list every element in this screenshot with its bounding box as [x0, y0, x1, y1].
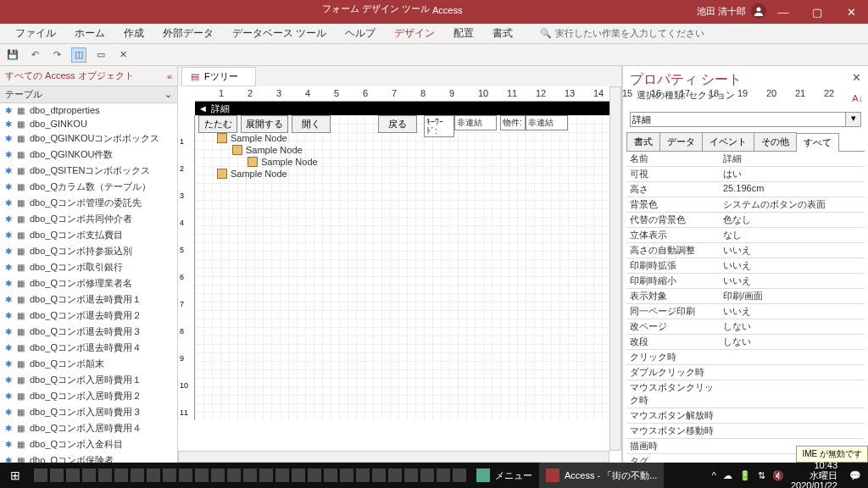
pinned-icon[interactable] [147, 469, 160, 482]
pinned-icon[interactable] [275, 469, 289, 482]
button-collapse[interactable]: たたむ [198, 115, 237, 133]
property-row[interactable]: 高さ25.196cm [626, 182, 865, 197]
property-row[interactable]: 印刷時拡張いいえ [626, 258, 865, 274]
property-row[interactable]: 高さの自動調整いいえ [626, 243, 865, 258]
nav-item[interactable]: ✱▦dbo_Qコンボ退去時費用３ [0, 324, 177, 340]
property-value[interactable]: 25.196cm [720, 182, 865, 197]
pinned-icon[interactable] [243, 469, 257, 482]
undo-icon[interactable]: ↶ [27, 47, 42, 63]
nav-item[interactable]: ✱▦dbo_Qコンボ管理の委託先 [0, 195, 177, 211]
property-value[interactable]: いいえ [720, 274, 865, 288]
property-value[interactable] [720, 424, 865, 438]
nav-item[interactable]: ✱▦dbo_dtproperties [0, 103, 177, 117]
tab-arrange[interactable]: 配置 [445, 23, 482, 44]
pinned-icon[interactable] [227, 469, 241, 482]
pinned-icon[interactable] [163, 469, 176, 482]
vertical-scrollbar[interactable] [609, 86, 621, 451]
property-value[interactable]: しない [720, 319, 865, 334]
pinned-icon[interactable] [453, 469, 466, 482]
redo-icon[interactable]: ↷ [49, 47, 64, 63]
property-row[interactable]: 印刷時縮小いいえ [626, 274, 865, 289]
property-value[interactable]: しない [720, 335, 865, 349]
form-canvas[interactable]: 1234567891011 たたむ 展開する 開く 戻る ｷｰﾜｰﾄﾞ: 非連結… [178, 115, 621, 420]
pinned-icon[interactable] [388, 469, 402, 482]
tab-format[interactable]: 書式 [484, 23, 521, 44]
property-value[interactable]: いいえ [720, 258, 865, 273]
pinned-icon[interactable] [292, 469, 305, 482]
pinned-icon[interactable] [211, 469, 225, 482]
tab-dbtools[interactable]: データベース ツール [224, 23, 335, 44]
selection-combo[interactable] [630, 112, 846, 127]
property-row[interactable]: 背景色システムのボタンの表面 [626, 197, 865, 213]
nav-header[interactable]: すべての Access オブジェクト « [0, 66, 177, 86]
tray-up-icon[interactable]: ^ [712, 470, 716, 480]
pinned-icon[interactable] [114, 469, 128, 482]
ptab-other[interactable]: その他 [754, 132, 797, 151]
cloud-icon[interactable]: ☁ [723, 470, 732, 481]
nav-item[interactable]: ✱▦dbo_QGINKOUコンボボックス [0, 130, 177, 147]
pinned-icon[interactable] [259, 469, 273, 482]
pinned-icon[interactable] [179, 469, 192, 482]
pinned-icon[interactable] [66, 469, 80, 482]
nav-item[interactable]: ✱▦dbo_Qコンボ入居時費用４ [0, 420, 177, 436]
pinned-icon[interactable] [98, 469, 112, 482]
chevron-left-icon[interactable]: « [167, 71, 172, 81]
pinned-icon[interactable] [372, 469, 386, 482]
notification-icon[interactable]: 💬 [849, 470, 861, 481]
system-tray[interactable]: ^ ☁ 🔋 ⇅ 🔇 10:43水曜日2020/01/22 💬 [705, 460, 868, 488]
close-button[interactable]: ✕ [834, 0, 868, 24]
pinned-icon[interactable] [404, 469, 418, 482]
volume-icon[interactable]: 🔇 [772, 470, 784, 481]
tab-help[interactable]: ヘルプ [337, 23, 384, 44]
pinned-icon[interactable] [34, 469, 47, 482]
nav-item[interactable]: ✱▦dbo_Qコンボ保険者 [0, 452, 177, 463]
property-row[interactable]: 名前詳細 [626, 152, 865, 167]
clock[interactable]: 10:43水曜日2020/01/22 [791, 460, 843, 488]
ptab-event[interactable]: イベント [702, 132, 754, 151]
property-row[interactable]: ダブルクリック時 [626, 365, 865, 380]
nav-item[interactable]: ✱▦dbo_Qコンボ入居時費用２ [0, 388, 177, 404]
user-avatar-icon[interactable] [751, 3, 766, 19]
nav-item[interactable]: ✱▦dbo_Qコンボ退去時費用１ [0, 291, 177, 308]
property-value[interactable]: いいえ [720, 304, 865, 319]
nav-item[interactable]: ✱▦dbo_GINKOU [0, 117, 177, 130]
network-icon[interactable]: ⇅ [758, 470, 765, 481]
sort-button[interactable]: A↓ [852, 93, 863, 103]
pinned-icon[interactable] [195, 469, 209, 482]
pinned-icon[interactable] [420, 469, 434, 482]
view-icon[interactable]: ◫ [71, 47, 86, 63]
border-icon[interactable]: ▭ [93, 47, 108, 63]
property-value[interactable]: システムのボタンの表面 [720, 197, 865, 212]
nav-item[interactable]: ✱▦dbo_QGINKOU件数 [0, 147, 177, 163]
property-row[interactable]: 可視はい [626, 167, 865, 182]
property-row[interactable]: マウスボタン移動時 [626, 424, 865, 439]
collapse-icon[interactable]: ⌄ [164, 89, 172, 100]
tell-me-search[interactable]: 🔍 実行したい作業を入力してください [540, 27, 704, 40]
nav-item[interactable]: ✱▦dbo_Qコンボ共同仲介者 [0, 211, 177, 227]
property-value[interactable]: なし [720, 228, 865, 242]
pinned-icon[interactable] [131, 469, 144, 482]
button-expand[interactable]: 展開する [241, 115, 288, 133]
start-button[interactable]: ⊞ [0, 469, 31, 482]
nav-item[interactable]: ✱▦dbo_Qコンボ修理業者名 [0, 275, 177, 291]
ptab-format[interactable]: 書式 [626, 132, 660, 151]
tab-design[interactable]: デザイン [386, 23, 443, 44]
pinned-icon[interactable] [308, 469, 321, 482]
property-value[interactable]: いいえ [720, 243, 865, 258]
property-row[interactable]: 立体表示なし [626, 228, 865, 243]
ptab-data[interactable]: データ [659, 132, 703, 151]
nav-item[interactable]: ✱▦dbo_Qコンボ支払費目 [0, 227, 177, 243]
property-row[interactable]: 同一ページ印刷いいえ [626, 304, 865, 319]
button-open[interactable]: 開く [292, 115, 331, 133]
property-value[interactable]: 色なし [720, 213, 865, 227]
property-row[interactable]: マウスボタンクリック時 [626, 380, 865, 408]
nav-item[interactable]: ✱▦dbo_Qコンボ取引銀行 [0, 259, 177, 275]
pinned-icon[interactable] [356, 469, 370, 482]
nav-group-tables[interactable]: テーブル ⌄ [0, 86, 177, 103]
task-access[interactable]: Access - 「街の不動... [539, 463, 664, 488]
nav-item[interactable]: ✱▦dbo_Qコンボ退去時費用２ [0, 308, 177, 324]
minimize-button[interactable]: — [766, 0, 800, 24]
property-row[interactable]: マウスボタン解放時 [626, 408, 865, 424]
treeview-control[interactable]: Sample Node Sample Node Sample Node Samp… [217, 132, 318, 180]
pinned-icon[interactable] [340, 469, 353, 482]
